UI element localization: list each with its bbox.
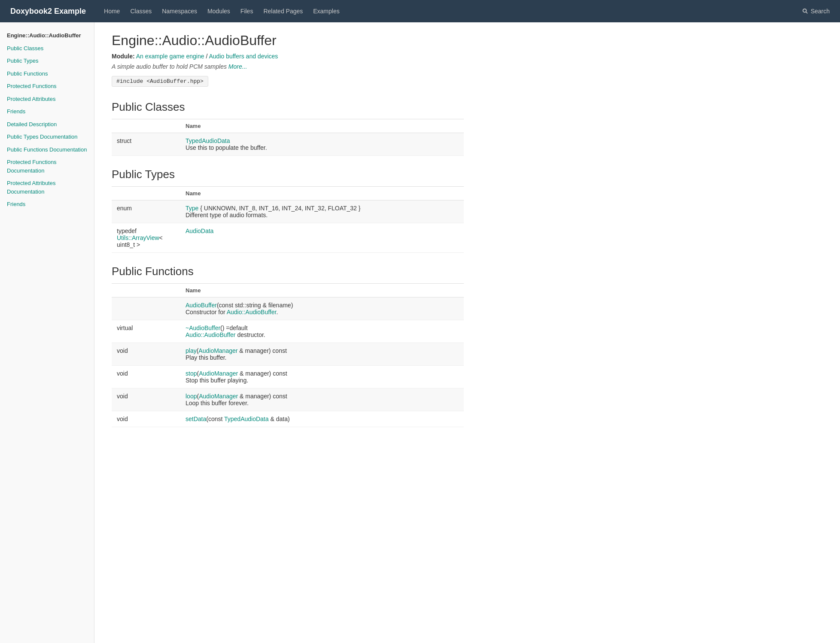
page-title: Engine::Audio::AudioBuffer — [112, 33, 464, 49]
page-wrapper: Engine::Audio::AudioBuffer Public Classe… — [0, 22, 840, 643]
svg-point-0 — [803, 9, 806, 12]
public-classes-row0-qualifier: struct — [112, 133, 180, 156]
brief-description: A simple audio buffer to hold PCM sample… — [112, 63, 464, 70]
pf-row5-qualifier: void — [112, 411, 180, 427]
svg-line-1 — [806, 12, 807, 14]
pf-row0-link[interactable]: AudioBuffer — [186, 302, 217, 309]
pf-row3-desc: Stop this buffer playing. — [186, 377, 248, 384]
sidebar-item-public-classes[interactable]: Public Classes — [0, 42, 94, 55]
public-types-row0-name-inline: Type { UNKNOWN, INT_8, INT_16, INT_24, I… — [186, 205, 360, 212]
pf-row3-mgr-link[interactable]: AudioManager — [199, 370, 238, 377]
table-row: void setData(const TypedAudioData & data… — [112, 411, 464, 427]
public-types-table: Name enum Type { UNKNOWN, INT_8, INT_16,… — [112, 187, 464, 253]
public-types-row0-name: Type { UNKNOWN, INT_8, INT_16, INT_24, I… — [180, 200, 464, 223]
public-types-row1-name: AudioData — [180, 223, 464, 253]
public-types-col-qualifier — [112, 187, 180, 200]
table-row: void stop(AudioManager & manager) const … — [112, 366, 464, 388]
nav-home[interactable]: Home — [100, 5, 124, 17]
sidebar-item-public-types-doc[interactable]: Public Types Documentation — [0, 130, 94, 143]
pf-row5-link[interactable]: setData — [186, 416, 206, 422]
sidebar-item-friends-doc[interactable]: Friends — [0, 198, 94, 211]
public-types-row1-link[interactable]: AudioData — [186, 227, 213, 234]
module-prefix: Module: — [112, 53, 135, 60]
nav-examples[interactable]: Examples — [309, 5, 344, 17]
table-row: typedef Utils::ArrayView< uint8_t > Audi… — [112, 223, 464, 253]
nav-related-pages[interactable]: Related Pages — [259, 5, 307, 17]
sidebar-item-public-functions-doc[interactable]: Public Functions Documentation — [0, 143, 94, 156]
public-types-row0-desc: Different type of audio formats. — [186, 212, 268, 218]
sidebar-item-public-functions[interactable]: Public Functions — [0, 67, 94, 80]
pf-row4-desc: Loop this buffer forever. — [186, 400, 249, 406]
public-classes-row0-desc: Use this to populate the buffer. — [186, 144, 267, 151]
sidebar-item-protected-attributes-doc[interactable]: Protected Attributes Documentation — [0, 177, 94, 198]
pf-row2-mgr-link[interactable]: AudioManager — [198, 347, 237, 354]
pf-row4-mgr-link[interactable]: AudioManager — [199, 393, 238, 400]
module-line: Module: An example game engine / Audio b… — [112, 53, 464, 60]
table-row: virtual ~AudioBuffer() =default Audio::A… — [112, 320, 464, 343]
brief-text: A simple audio buffer to hold PCM sample… — [112, 63, 227, 70]
pf-row2-desc: Play this buffer. — [186, 354, 226, 361]
pf-row1-desc-link[interactable]: Audio::AudioBuffer — [186, 331, 236, 338]
pf-row1-desc: Audio::AudioBuffer destructor. — [186, 331, 265, 338]
public-classes-col-name: Name — [180, 119, 464, 133]
navbar-search[interactable]: Search — [802, 8, 830, 15]
nav-modules[interactable]: Modules — [203, 5, 234, 17]
public-types-row0-link[interactable]: Type — [186, 205, 198, 212]
pf-row1-name: ~AudioBuffer() =default Audio::AudioBuff… — [180, 320, 464, 343]
pf-row2-qualifier: void — [112, 343, 180, 366]
public-functions-col-qualifier — [112, 284, 180, 297]
sidebar-item-protected-attributes[interactable]: Protected Attributes — [0, 93, 94, 106]
public-types-row1-qualifier: typedef Utils::ArrayView< uint8_t > — [112, 223, 180, 253]
sidebar-item-protected-functions[interactable]: Protected Functions — [0, 80, 94, 93]
table-row: void loop(AudioManager & manager) const … — [112, 388, 464, 411]
search-icon — [802, 8, 808, 14]
search-label: Search — [811, 8, 830, 15]
sidebar-item-friends[interactable]: Friends — [0, 105, 94, 118]
sidebar-item-detailed-desc[interactable]: Detailed Description — [0, 118, 94, 131]
public-functions-col-name: Name — [180, 284, 464, 297]
pf-row2-link[interactable]: play — [186, 347, 197, 354]
sidebar-item-title[interactable]: Engine::Audio::AudioBuffer — [0, 29, 94, 42]
module-link-engine[interactable]: An example game engine — [136, 53, 204, 60]
pf-row4-name: loop(AudioManager & manager) const Loop … — [180, 388, 464, 411]
public-types-row0-qualifier: enum — [112, 200, 180, 223]
pf-row3-qualifier: void — [112, 366, 180, 388]
table-row: AudioBuffer(const std::string & filename… — [112, 297, 464, 320]
pf-row0-qualifier — [112, 297, 180, 320]
navbar-brand[interactable]: Doxybook2 Example — [10, 7, 86, 16]
pf-row4-qualifier: void — [112, 388, 180, 411]
nav-classes[interactable]: Classes — [126, 5, 156, 17]
public-types-col-name: Name — [180, 187, 464, 200]
module-link-audio[interactable]: Audio buffers and devices — [209, 53, 278, 60]
sidebar-item-public-types[interactable]: Public Types — [0, 55, 94, 67]
pf-row5-typed-link[interactable]: TypedAudioData — [224, 416, 269, 422]
pf-row4-link[interactable]: loop — [186, 393, 197, 400]
public-classes-col-qualifier — [112, 119, 180, 133]
public-functions-heading: Public Functions — [112, 265, 464, 278]
pf-row2-name: play(AudioManager & manager) const Play … — [180, 343, 464, 366]
table-row: struct TypedAudioData Use this to popula… — [112, 133, 464, 156]
table-row: enum Type { UNKNOWN, INT_8, INT_16, INT_… — [112, 200, 464, 223]
pf-row3-link[interactable]: stop — [186, 370, 197, 377]
brief-more-link[interactable]: More... — [228, 63, 247, 70]
public-classes-row0-name: TypedAudioData Use this to populate the … — [180, 133, 464, 156]
pf-row3-name: stop(AudioManager & manager) const Stop … — [180, 366, 464, 388]
public-types-heading: Public Types — [112, 168, 464, 181]
public-classes-heading: Public Classes — [112, 100, 464, 114]
include-box: #include <AudioBuffer.hpp> — [112, 76, 208, 87]
public-types-row1-qualifier-link[interactable]: Utils::ArrayView — [117, 234, 159, 241]
public-classes-table: Name struct TypedAudioData Use this to p… — [112, 119, 464, 156]
navbar: Doxybook2 Example Home Classes Namespace… — [0, 0, 840, 22]
sidebar: Engine::Audio::AudioBuffer Public Classe… — [0, 22, 94, 643]
public-classes-row0-link[interactable]: TypedAudioData — [186, 137, 230, 144]
pf-row1-link[interactable]: ~AudioBuffer — [186, 325, 220, 331]
pf-row0-desc: Constructor for Audio::AudioBuffer. — [186, 309, 278, 315]
main-content: Engine::Audio::AudioBuffer Module: An ex… — [94, 22, 481, 643]
nav-files[interactable]: Files — [236, 5, 258, 17]
pf-row0-desc-link[interactable]: Audio::AudioBuffer — [227, 309, 277, 315]
sidebar-item-protected-functions-doc[interactable]: Protected Functions Documentation — [0, 156, 94, 177]
navbar-nav: Home Classes Namespaces Modules Files Re… — [100, 5, 802, 17]
pf-row0-name: AudioBuffer(const std::string & filename… — [180, 297, 464, 320]
nav-namespaces[interactable]: Namespaces — [158, 5, 201, 17]
table-row: void play(AudioManager & manager) const … — [112, 343, 464, 366]
